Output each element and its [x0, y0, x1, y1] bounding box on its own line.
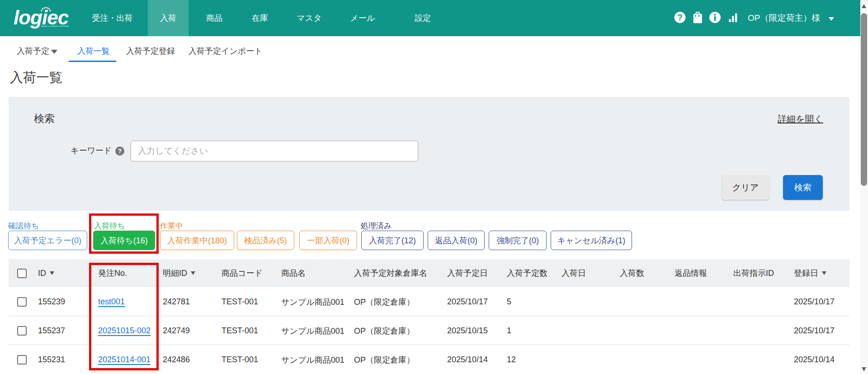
- svg-text:?: ?: [677, 13, 683, 22]
